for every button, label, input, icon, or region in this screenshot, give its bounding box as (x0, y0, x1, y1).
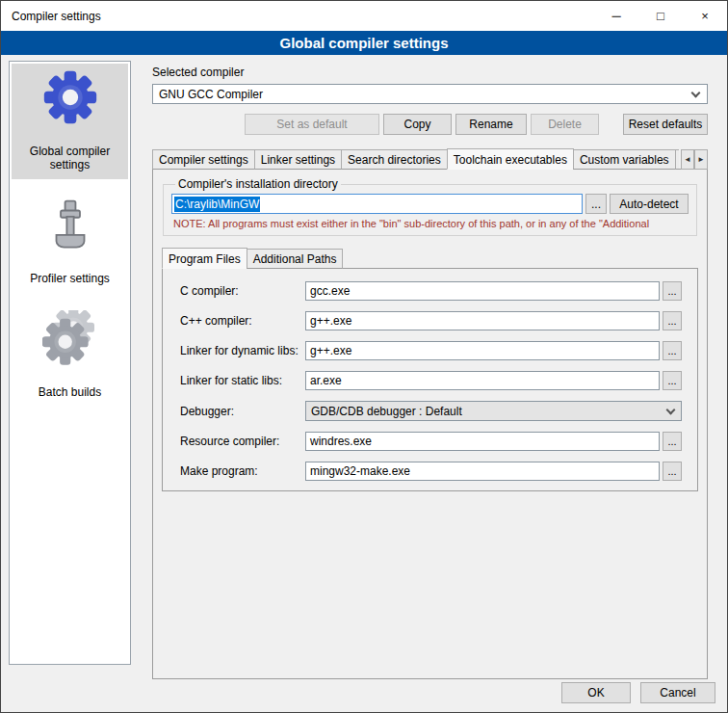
field-label: Linker for dynamic libs: (180, 344, 305, 357)
sidebar-item-label: Batch builds (13, 385, 126, 399)
ok-button[interactable]: OK (561, 682, 631, 703)
installation-directory-group: Compiler's installation directory C:\ray… (163, 177, 697, 236)
reset-defaults-button[interactable]: Reset defaults (623, 114, 708, 135)
field-row: Make program: mingw32-make.exe ... (180, 462, 682, 481)
compiler-settings-tabbar: Compiler settings Linker settings Search… (152, 148, 708, 170)
minimize-button[interactable]: ─ (594, 1, 638, 31)
rename-button[interactable]: Rename (455, 114, 527, 135)
field-row: Linker for static libs: ar.exe ... (180, 371, 682, 390)
browse-button[interactable]: ... (663, 462, 682, 481)
tab-strip: Compiler settings Linker settings Search… (152, 148, 679, 170)
compiler-action-buttons: Set as default Copy Rename Delete Reset … (152, 114, 708, 135)
window-controls: ─ □ × (594, 1, 727, 31)
c-compiler-input[interactable]: gcc.exe (305, 281, 660, 301)
window-title: Compiler settings (1, 10, 101, 23)
close-button[interactable]: × (683, 1, 727, 31)
main-content: Selected compiler GNU GCC Compiler Set a… (141, 59, 721, 679)
field-label: Resource compiler: (180, 435, 305, 448)
field-label: C++ compiler: (180, 314, 305, 328)
browse-button[interactable]: ... (663, 311, 682, 330)
program-files-tabbar: Program Files Additional Paths (162, 248, 698, 269)
installation-directory-group-title: Compiler's installation directory (175, 177, 341, 191)
field-label: Make program: (180, 464, 305, 478)
field-row: Resource compiler: windres.exe ... (180, 432, 682, 451)
tab-compiler-settings[interactable]: Compiler settings (152, 149, 255, 170)
chevron-down-icon (666, 405, 676, 414)
dialog-footer: OK Cancel (561, 682, 715, 703)
profiler-icon (42, 197, 98, 252)
sidebar-item-global-compiler-settings[interactable]: Global compiler settings (12, 64, 128, 179)
tab-custom-variables[interactable]: Custom variables (573, 149, 676, 170)
field-row: C++ compiler: g++.exe ... (180, 311, 682, 330)
make-program-input[interactable]: mingw32-make.exe (305, 462, 660, 481)
browse-button[interactable]: ... (663, 341, 682, 360)
titlebar: Compiler settings ─ □ × (1, 1, 727, 31)
chevron-down-icon (691, 88, 701, 97)
selected-compiler-value: GNU GCC Compiler (159, 88, 263, 101)
delete-button: Delete (531, 114, 599, 135)
sidebar-item-profiler-settings[interactable]: Profiler settings (12, 191, 128, 293)
tab-program-files[interactable]: Program Files (162, 248, 247, 269)
dynamic-linker-input[interactable]: g++.exe (305, 341, 660, 360)
set-as-default-button: Set as default (245, 114, 379, 135)
tab-linker-settings[interactable]: Linker settings (254, 149, 342, 170)
program-files-panel: C compiler: gcc.exe ... C++ compiler: g+… (162, 268, 698, 491)
field-label: Linker for static libs: (180, 374, 305, 387)
field-label: Debugger: (180, 405, 305, 418)
sidebar-item-label: Profiler settings (13, 272, 126, 285)
tab-build-options[interactable]: Build options (675, 149, 679, 170)
selected-compiler-select[interactable]: GNU GCC Compiler (152, 84, 708, 104)
field-row: Linker for dynamic libs: g++.exe ... (180, 341, 682, 360)
browse-installation-directory-button[interactable]: ... (585, 194, 607, 214)
tab-scroll-left-button[interactable]: ◄ (681, 149, 694, 170)
auto-detect-button[interactable]: Auto-detect (610, 194, 689, 214)
tab-toolchain-executables[interactable]: Toolchain executables (447, 148, 574, 170)
sidebar-item-label: Global compiler settings (13, 145, 126, 172)
maximize-button[interactable]: □ (638, 1, 683, 31)
batch-builds-icon (42, 310, 98, 366)
spacer (152, 114, 241, 135)
compiler-settings-window: Compiler settings ─ □ × Global compiler … (0, 0, 728, 713)
sidebar-item-batch-builds[interactable]: Batch builds (12, 304, 128, 407)
installation-directory-value: C:\raylib\MinGW (174, 197, 260, 212)
cpp-compiler-input[interactable]: g++.exe (305, 311, 660, 330)
browse-button[interactable]: ... (663, 432, 682, 451)
field-row: Debugger: GDB/CDB debugger : Default (180, 401, 682, 421)
installation-directory-input[interactable]: C:\raylib\MinGW (171, 194, 583, 214)
cancel-button[interactable]: Cancel (640, 682, 715, 703)
browse-button[interactable]: ... (663, 281, 682, 301)
browse-button[interactable]: ... (663, 371, 682, 390)
copy-button[interactable]: Copy (383, 114, 452, 135)
gear-icon (42, 69, 98, 125)
dialog-header: Global compiler settings (1, 31, 727, 55)
tab-additional-paths[interactable]: Additional Paths (247, 249, 344, 269)
tab-scroll-right-button[interactable]: ► (694, 149, 708, 170)
toolchain-executables-panel: Compiler's installation directory C:\ray… (152, 169, 708, 679)
resource-compiler-input[interactable]: windres.exe (305, 432, 660, 451)
note-text: NOTE: All programs must exist either in … (173, 218, 689, 229)
field-row: C compiler: gcc.exe ... (180, 281, 682, 301)
selected-compiler-label: Selected compiler (152, 66, 721, 79)
field-label: C compiler: (180, 284, 305, 298)
debugger-select-value: GDB/CDB debugger : Default (311, 405, 462, 418)
tab-search-directories[interactable]: Search directories (341, 149, 448, 170)
settings-category-sidebar: Global compiler settings Profiler settin… (9, 61, 131, 665)
tab-scroll-buttons: ◄ ► (681, 149, 708, 170)
debugger-select[interactable]: GDB/CDB debugger : Default (305, 401, 682, 421)
static-linker-input[interactable]: ar.exe (305, 371, 660, 390)
